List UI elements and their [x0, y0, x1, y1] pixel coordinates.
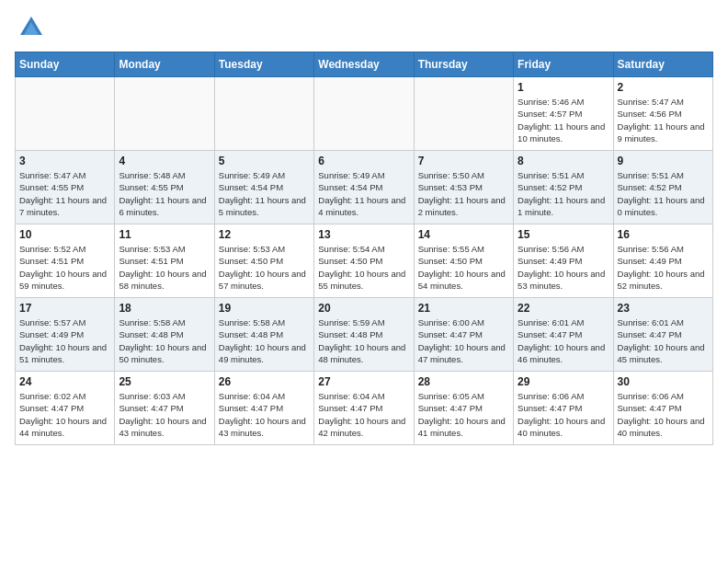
day-number: 30	[618, 375, 709, 388]
calendar-week-row: 1Sunrise: 5:46 AM Sunset: 4:57 PM Daylig…	[16, 77, 713, 151]
day-number: 4	[119, 155, 210, 167]
day-info: Sunrise: 5:48 AM Sunset: 4:55 PM Dayligh…	[119, 169, 210, 218]
day-info: Sunrise: 6:01 AM Sunset: 4:47 PM Dayligh…	[618, 316, 709, 365]
day-number: 13	[318, 228, 409, 241]
page-header	[15, 15, 713, 40]
day-info: Sunrise: 5:49 AM Sunset: 4:54 PM Dayligh…	[219, 169, 310, 218]
day-number: 21	[418, 302, 509, 315]
day-number: 14	[418, 228, 509, 241]
weekday-header-thursday: Thursday	[414, 52, 513, 77]
weekday-header-monday: Monday	[115, 52, 214, 77]
day-info: Sunrise: 5:53 AM Sunset: 4:51 PM Dayligh…	[119, 243, 210, 292]
day-info: Sunrise: 6:00 AM Sunset: 4:47 PM Dayligh…	[418, 316, 509, 365]
day-number: 27	[318, 375, 409, 388]
calendar-day-cell: 24Sunrise: 6:02 AM Sunset: 4:47 PM Dayli…	[16, 372, 115, 445]
day-info: Sunrise: 5:47 AM Sunset: 4:56 PM Dayligh…	[618, 96, 709, 144]
calendar-day-cell: 5Sunrise: 5:49 AM Sunset: 4:54 PM Daylig…	[214, 151, 313, 224]
day-info: Sunrise: 6:04 AM Sunset: 4:47 PM Dayligh…	[219, 390, 310, 439]
day-number: 25	[119, 375, 210, 388]
calendar-day-cell: 3Sunrise: 5:47 AM Sunset: 4:55 PM Daylig…	[16, 151, 115, 224]
calendar-day-cell	[314, 77, 414, 151]
calendar-day-cell: 30Sunrise: 6:06 AM Sunset: 4:47 PM Dayli…	[613, 372, 712, 445]
calendar-week-row: 17Sunrise: 5:57 AM Sunset: 4:49 PM Dayli…	[16, 298, 713, 372]
day-number: 17	[19, 302, 110, 315]
weekday-header-sunday: Sunday	[16, 52, 115, 77]
calendar-day-cell: 12Sunrise: 5:53 AM Sunset: 4:50 PM Dayli…	[214, 224, 313, 298]
day-info: Sunrise: 5:51 AM Sunset: 4:52 PM Dayligh…	[618, 169, 709, 218]
weekday-header-friday: Friday	[514, 52, 613, 77]
calendar-day-cell: 14Sunrise: 5:55 AM Sunset: 4:50 PM Dayli…	[414, 224, 513, 298]
day-number: 9	[618, 155, 709, 167]
day-number: 3	[19, 155, 110, 167]
logo	[15, 15, 44, 40]
calendar-week-row: 3Sunrise: 5:47 AM Sunset: 4:55 PM Daylig…	[16, 151, 713, 224]
day-info: Sunrise: 5:50 AM Sunset: 4:53 PM Dayligh…	[418, 169, 509, 218]
calendar-day-cell	[16, 77, 115, 151]
calendar-day-cell: 4Sunrise: 5:48 AM Sunset: 4:55 PM Daylig…	[115, 151, 214, 224]
day-number: 1	[518, 81, 609, 94]
day-info: Sunrise: 6:04 AM Sunset: 4:47 PM Dayligh…	[318, 390, 409, 439]
day-info: Sunrise: 5:59 AM Sunset: 4:48 PM Dayligh…	[318, 316, 409, 365]
day-info: Sunrise: 5:55 AM Sunset: 4:50 PM Dayligh…	[418, 243, 509, 292]
day-info: Sunrise: 6:02 AM Sunset: 4:47 PM Dayligh…	[19, 390, 110, 439]
day-number: 29	[518, 375, 609, 388]
day-number: 26	[219, 375, 310, 388]
day-info: Sunrise: 6:03 AM Sunset: 4:47 PM Dayligh…	[119, 390, 210, 439]
calendar-day-cell: 7Sunrise: 5:50 AM Sunset: 4:53 PM Daylig…	[414, 151, 513, 224]
day-info: Sunrise: 6:06 AM Sunset: 4:47 PM Dayligh…	[518, 390, 609, 439]
day-info: Sunrise: 5:58 AM Sunset: 4:48 PM Dayligh…	[219, 316, 310, 365]
day-number: 7	[418, 155, 509, 167]
weekday-header-tuesday: Tuesday	[214, 52, 313, 77]
day-info: Sunrise: 5:47 AM Sunset: 4:55 PM Dayligh…	[19, 169, 110, 218]
calendar-day-cell: 11Sunrise: 5:53 AM Sunset: 4:51 PM Dayli…	[115, 224, 214, 298]
calendar-day-cell: 27Sunrise: 6:04 AM Sunset: 4:47 PM Dayli…	[314, 372, 414, 445]
weekday-header-row: SundayMondayTuesdayWednesdayThursdayFrid…	[16, 52, 713, 77]
day-number: 6	[318, 155, 409, 167]
day-info: Sunrise: 5:54 AM Sunset: 4:50 PM Dayligh…	[318, 243, 409, 292]
day-number: 23	[618, 302, 709, 315]
calendar-day-cell	[115, 77, 214, 151]
day-info: Sunrise: 5:57 AM Sunset: 4:49 PM Dayligh…	[19, 316, 110, 365]
day-number: 8	[518, 155, 609, 167]
calendar-day-cell: 23Sunrise: 6:01 AM Sunset: 4:47 PM Dayli…	[613, 298, 712, 372]
calendar-day-cell: 18Sunrise: 5:58 AM Sunset: 4:48 PM Dayli…	[115, 298, 214, 372]
calendar-day-cell: 29Sunrise: 6:06 AM Sunset: 4:47 PM Dayli…	[514, 372, 613, 445]
day-info: Sunrise: 6:05 AM Sunset: 4:47 PM Dayligh…	[418, 390, 509, 439]
day-number: 20	[318, 302, 409, 315]
day-number: 12	[219, 228, 310, 241]
calendar-day-cell: 21Sunrise: 6:00 AM Sunset: 4:47 PM Dayli…	[414, 298, 513, 372]
calendar-table: SundayMondayTuesdayWednesdayThursdayFrid…	[15, 52, 713, 445]
day-info: Sunrise: 5:51 AM Sunset: 4:52 PM Dayligh…	[518, 169, 609, 218]
day-info: Sunrise: 6:06 AM Sunset: 4:47 PM Dayligh…	[618, 390, 709, 439]
calendar-day-cell: 20Sunrise: 5:59 AM Sunset: 4:48 PM Dayli…	[314, 298, 414, 372]
day-number: 24	[19, 375, 110, 388]
calendar-day-cell	[214, 77, 313, 151]
day-number: 16	[618, 228, 709, 241]
day-info: Sunrise: 5:56 AM Sunset: 4:49 PM Dayligh…	[518, 243, 609, 292]
calendar-week-row: 10Sunrise: 5:52 AM Sunset: 4:51 PM Dayli…	[16, 224, 713, 298]
day-number: 15	[518, 228, 609, 241]
weekday-header-saturday: Saturday	[613, 52, 712, 77]
day-number: 2	[618, 81, 709, 94]
calendar-day-cell: 6Sunrise: 5:49 AM Sunset: 4:54 PM Daylig…	[314, 151, 414, 224]
day-number: 18	[119, 302, 210, 315]
day-number: 5	[219, 155, 310, 167]
calendar-day-cell: 10Sunrise: 5:52 AM Sunset: 4:51 PM Dayli…	[16, 224, 115, 298]
logo-icon	[18, 15, 44, 40]
calendar-day-cell: 19Sunrise: 5:58 AM Sunset: 4:48 PM Dayli…	[214, 298, 313, 372]
calendar-day-cell: 16Sunrise: 5:56 AM Sunset: 4:49 PM Dayli…	[613, 224, 712, 298]
day-number: 11	[119, 228, 210, 241]
calendar-day-cell	[414, 77, 513, 151]
day-info: Sunrise: 5:58 AM Sunset: 4:48 PM Dayligh…	[119, 316, 210, 365]
calendar-day-cell: 1Sunrise: 5:46 AM Sunset: 4:57 PM Daylig…	[514, 77, 613, 151]
calendar-day-cell: 15Sunrise: 5:56 AM Sunset: 4:49 PM Dayli…	[514, 224, 613, 298]
calendar-week-row: 24Sunrise: 6:02 AM Sunset: 4:47 PM Dayli…	[16, 372, 713, 445]
calendar-day-cell: 2Sunrise: 5:47 AM Sunset: 4:56 PM Daylig…	[613, 77, 712, 151]
calendar-day-cell: 22Sunrise: 6:01 AM Sunset: 4:47 PM Dayli…	[514, 298, 613, 372]
calendar-day-cell: 13Sunrise: 5:54 AM Sunset: 4:50 PM Dayli…	[314, 224, 414, 298]
calendar-day-cell: 17Sunrise: 5:57 AM Sunset: 4:49 PM Dayli…	[16, 298, 115, 372]
calendar-day-cell: 26Sunrise: 6:04 AM Sunset: 4:47 PM Dayli…	[214, 372, 313, 445]
calendar-day-cell: 25Sunrise: 6:03 AM Sunset: 4:47 PM Dayli…	[115, 372, 214, 445]
weekday-header-wednesday: Wednesday	[314, 52, 414, 77]
day-info: Sunrise: 5:52 AM Sunset: 4:51 PM Dayligh…	[19, 243, 110, 292]
